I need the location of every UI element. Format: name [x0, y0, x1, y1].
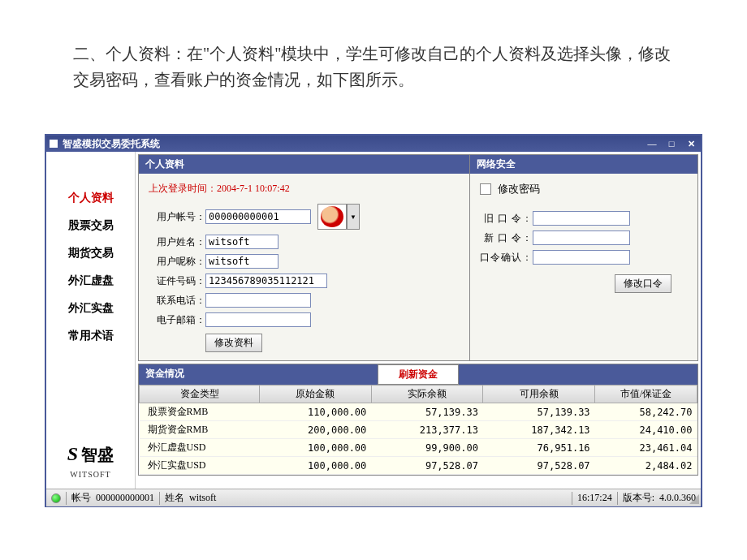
status-version-label: 版本号: [623, 491, 654, 505]
cell-mv: 23,461.04 [595, 439, 697, 457]
old-pw-label: 旧 口 令： [480, 212, 533, 226]
phone-label: 联系电话： [149, 294, 205, 308]
cell-orig: 110,000.00 [260, 403, 372, 421]
cell-actual: 97,528.07 [371, 457, 483, 475]
id-input[interactable] [205, 274, 327, 288]
cell-type: 股票资金RMB [140, 403, 260, 421]
cell-type: 期货资金RMB [140, 421, 260, 439]
cell-avail: 97,528.07 [483, 457, 595, 475]
profile-header: 个人资料 [139, 155, 469, 174]
sidebar-item-glossary[interactable]: 常用术语 [68, 322, 114, 350]
cell-actual: 57,139.33 [371, 403, 483, 421]
profile-panel: 个人资料 上次登录时间：2004-7-1 10:07:42 用户帐号： ▼ [139, 155, 470, 360]
account-input[interactable] [205, 209, 311, 224]
status-account-label: 帐号 [71, 491, 91, 505]
logo-brand-cn: 智盛 [81, 446, 114, 463]
avatar-image [321, 206, 343, 227]
account-label: 用户帐号： [149, 210, 205, 224]
logo-mark: S [67, 443, 78, 464]
confirm-pw-label: 口令确认： [480, 251, 533, 265]
titlebar: 智盛模拟交易委托系统 — □ ✕ [46, 136, 701, 152]
status-account-value: 000000000001 [96, 492, 154, 504]
sidebar-item-futures[interactable]: 期货交易 [68, 239, 114, 267]
funds-header-spacer [459, 364, 697, 385]
col-mv: 市值/保证金 [595, 386, 697, 403]
col-avail: 可用余额 [483, 386, 595, 403]
funds-panel: 资金情况 刷新资金 资金类型 原始金额 实际余额 可用余额 市值/保证金 股票资… [138, 364, 698, 476]
document-intro: 二、个人资料：在"个人资料"模块中，学生可修改自己的个人资料及选择头像，修改交易… [0, 0, 747, 109]
phone-input[interactable] [205, 293, 311, 308]
minimize-button[interactable]: — [642, 137, 662, 150]
name-input[interactable] [205, 235, 279, 249]
refresh-funds-button[interactable]: 刷新资金 [378, 364, 459, 385]
avatar [317, 204, 347, 230]
cell-actual: 99,900.00 [371, 439, 483, 457]
logo-brand-en: WITSOFT [70, 470, 110, 479]
connection-status-icon [51, 493, 61, 503]
status-time: 16:17:24 [577, 492, 612, 504]
table-row: 股票资金RMB110,000.0057,139.3357,139.3358,24… [140, 403, 697, 421]
cell-avail: 57,139.33 [483, 403, 595, 421]
funds-table-header-row: 资金类型 原始金额 实际余额 可用余额 市值/保证金 [140, 386, 697, 403]
funds-header: 资金情况 [139, 364, 378, 385]
cell-mv: 24,410.00 [595, 421, 697, 439]
sidebar: 个人资料 股票交易 期货交易 外汇虚盘 外汇实盘 常用术语 S 智盛 WITSO… [46, 152, 136, 489]
status-name-value: witsoft [189, 492, 216, 504]
nick-label: 用户呢称： [149, 255, 205, 269]
table-row: 外汇虚盘USD100,000.0099,900.0076,951.1623,46… [140, 439, 697, 457]
col-actual: 实际余额 [371, 386, 483, 403]
table-row: 期货资金RMB200,000.00213,377.13187,342.1324,… [140, 421, 697, 439]
old-password-input[interactable] [533, 211, 630, 226]
sidebar-item-fx-virtual[interactable]: 外汇虚盘 [68, 267, 114, 295]
change-password-checkbox[interactable] [480, 183, 491, 195]
window-title: 智盛模拟交易委托系统 [63, 137, 160, 151]
cell-actual: 213,377.13 [371, 421, 483, 439]
main-pane: 个人资料 上次登录时间：2004-7-1 10:07:42 用户帐号： ▼ [136, 152, 701, 489]
table-row: 外汇实盘USD100,000.0097,528.0797,528.072,484… [140, 457, 697, 475]
cell-orig: 100,000.00 [260, 457, 372, 475]
cell-type: 外汇实盘USD [140, 457, 260, 475]
new-password-input[interactable] [533, 230, 630, 245]
cell-avail: 76,951.16 [483, 439, 595, 457]
resize-handle-icon[interactable] [689, 494, 699, 504]
cell-avail: 187,342.13 [483, 421, 595, 439]
app-window: 智盛模拟交易委托系统 — □ ✕ 个人资料 股票交易 期货交易 外汇虚盘 外汇实… [45, 134, 702, 507]
modify-password-button[interactable]: 修改口令 [615, 274, 671, 293]
cell-orig: 100,000.00 [260, 439, 372, 457]
app-icon [50, 140, 58, 148]
statusbar: 帐号 000000000001 姓名 witsoft 16:17:24 版本号:… [46, 489, 701, 506]
col-orig: 原始金额 [260, 386, 372, 403]
change-password-label: 修改密码 [498, 182, 540, 196]
cell-mv: 2,484.02 [595, 457, 697, 475]
col-type: 资金类型 [140, 386, 260, 403]
sidebar-item-fx-real[interactable]: 外汇实盘 [68, 295, 114, 322]
cell-mv: 58,242.70 [595, 403, 697, 421]
email-label: 电子邮箱： [149, 313, 205, 327]
avatar-dropdown[interactable]: ▼ [347, 204, 360, 230]
modify-profile-button[interactable]: 修改资料 [205, 334, 262, 352]
nick-input[interactable] [205, 254, 279, 269]
sidebar-item-profile[interactable]: 个人资料 [68, 184, 114, 212]
name-label: 用户姓名： [149, 235, 205, 249]
cell-type: 外汇虚盘USD [140, 439, 260, 457]
funds-table: 资金类型 原始金额 实际余额 可用余额 市值/保证金 股票资金RMB110,00… [139, 385, 697, 475]
sidebar-item-stock[interactable]: 股票交易 [68, 212, 114, 239]
security-header: 网络安全 [470, 155, 697, 174]
cell-orig: 200,000.00 [260, 421, 372, 439]
close-button[interactable]: ✕ [681, 137, 701, 150]
email-input[interactable] [205, 312, 311, 327]
logo: S 智盛 WITSOFT [67, 443, 114, 480]
last-login-time: 上次登录时间：2004-7-1 10:07:42 [149, 182, 460, 196]
confirm-password-input[interactable] [533, 250, 630, 265]
status-name-label: 姓名 [165, 491, 184, 505]
maximize-button[interactable]: □ [662, 137, 681, 150]
security-panel: 网络安全 修改密码 旧 口 令： 新 口 令： [470, 155, 697, 360]
new-pw-label: 新 口 令： [480, 231, 533, 245]
id-label: 证件号码： [149, 274, 205, 288]
